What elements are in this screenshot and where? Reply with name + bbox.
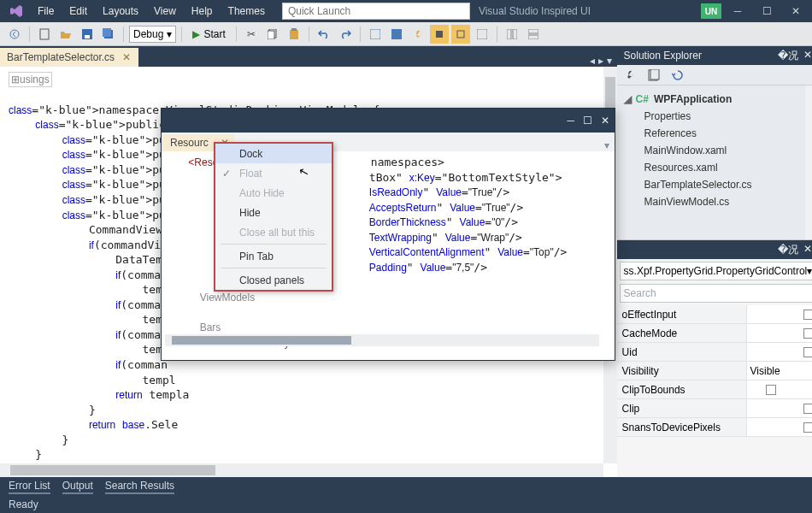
wrench-icon[interactable] [409,25,427,44]
nav-back-icon[interactable] [5,25,24,44]
svg-rect-8 [290,30,298,39]
tree-scrollbar[interactable] [805,86,812,239]
copy-icon[interactable] [263,25,282,44]
quick-launch-input[interactable] [282,3,470,20]
user-badge[interactable]: UN [701,3,721,19]
float-titlebar[interactable]: ─ ☐ ✕ [162,109,615,133]
solution-tree[interactable]: ◢C#WPFApplication Properties References … [617,86,806,239]
document-tab[interactable]: BarTemplateSelector.cs ✕ [0,48,138,67]
menubar: File Edit Layouts View Help Themes [31,2,272,21]
editor-scrollbar-horizontal[interactable] [0,463,603,477]
property-value[interactable] [747,343,812,361]
close-pane-icon[interactable]: ✕ [803,49,812,63]
properties-search-input[interactable]: Search [620,284,812,303]
new-file-icon[interactable] [35,25,54,44]
toolbar: Debug▾ ▶Start ✂ [0,22,812,46]
property-value[interactable] [747,324,812,342]
bottom-tab-search[interactable]: Search Results [105,480,174,494]
float-tab-list-icon[interactable]: ▾ [604,139,615,151]
properties-icon[interactable] [621,66,639,85]
properties-titlebar: �况 ✕ [617,240,812,259]
svg-rect-15 [507,29,511,39]
tb-icon-5[interactable] [473,25,491,44]
property-row[interactable]: ClipToBounds [617,380,812,399]
tab-scroll-right-icon[interactable]: ▸ [598,55,603,67]
tab-list-icon[interactable]: ▾ [607,55,612,67]
tb-icon-6[interactable] [503,25,521,44]
tree-item[interactable]: BarTemplateSelector.cs [621,176,803,193]
start-button[interactable]: ▶Start [187,25,230,44]
solution-explorer-titlebar: Solution Explorer �况 ✕ [617,46,812,65]
close-pane-icon[interactable]: ✕ [803,243,812,257]
bottom-tab-errorlist[interactable]: Error List [9,480,50,494]
property-row[interactable]: CacheMode [617,324,812,343]
property-value[interactable] [747,418,812,436]
menu-themes[interactable]: Themes [221,2,272,21]
ctx-pin-tab[interactable]: Pin Tab [215,246,332,266]
tree-item[interactable]: Properties [621,108,803,125]
menu-file[interactable]: File [31,2,61,21]
paste-icon[interactable] [285,25,303,44]
tree-item[interactable]: MainWindow.xaml [621,142,803,159]
menu-edit[interactable]: Edit [62,2,94,21]
tb-icon-4[interactable] [451,25,470,44]
ctx-dock[interactable]: Dock [215,144,332,163]
svg-rect-7 [268,31,274,39]
tree-root[interactable]: ◢C#WPFApplication [621,91,803,108]
property-row[interactable]: VisibilityVisible [617,362,812,380]
property-row[interactable]: Clip [617,399,812,418]
property-row[interactable]: Uid [617,343,812,362]
property-row[interactable]: oEffectInput [617,305,812,324]
app-title: Visual Studio Inspired UI [479,5,591,17]
close-icon[interactable]: ✕ [783,2,809,21]
vs-logo-icon [7,2,26,21]
document-tabstrip: BarTemplateSelector.cs ✕ ◂ ▸ ▾ [0,46,617,67]
property-value[interactable] [747,399,812,417]
float-scrollbar-horizontal[interactable] [165,334,599,346]
tb-icon-7[interactable] [524,25,543,44]
tree-item[interactable]: Resources.xaml [621,159,803,176]
menu-help[interactable]: Help [185,2,220,21]
pin-icon[interactable]: �况 [778,243,798,257]
ctx-close-all: Close all but this [215,222,332,242]
svg-point-0 [10,30,19,38]
config-combo[interactable]: Debug▾ [129,26,176,43]
tab-scroll-left-icon[interactable]: ◂ [590,55,595,67]
property-value[interactable] [747,380,812,398]
menu-view[interactable]: View [147,2,183,21]
bottom-tab-output[interactable]: Output [62,480,93,494]
property-name: Uid [617,343,747,361]
ctx-hide[interactable]: Hide [215,203,332,222]
properties-grid[interactable]: oEffectInputCacheModeUidVisibilityVisibl… [617,305,812,437]
show-all-icon[interactable] [644,66,663,85]
tree-item[interactable]: References [621,125,803,142]
minimize-icon[interactable]: ─ [725,2,750,21]
close-tab-icon[interactable]: ✕ [121,52,132,62]
float-close-icon[interactable]: ✕ [601,115,609,127]
menu-layouts[interactable]: Layouts [96,2,145,21]
property-row[interactable]: SnansToDevicePixels [617,418,812,437]
float-minimize-icon[interactable]: ─ [567,115,574,127]
cut-icon[interactable]: ✂ [242,25,261,44]
save-all-icon[interactable] [99,25,118,44]
redo-icon[interactable] [336,25,355,44]
tb-icon-3[interactable] [430,25,449,44]
float-maximize-icon[interactable]: ☐ [583,115,592,127]
undo-icon[interactable] [315,25,333,44]
svg-rect-13 [457,31,464,38]
maximize-icon[interactable]: ☐ [754,2,780,21]
properties-type-combo[interactable]: ss.Xpf.PropertyGrid.PropertyGridControl▾ [620,262,812,280]
property-value[interactable] [747,305,812,323]
open-icon[interactable] [56,25,75,44]
svg-rect-18 [528,35,538,39]
pin-icon[interactable]: �况 [778,49,798,63]
tb-icon-1[interactable] [366,25,385,44]
property-name: oEffectInput [617,305,747,323]
property-name: Clip [617,399,747,417]
ctx-closed-panels[interactable]: Closed panels [215,270,332,290]
tree-item[interactable]: MainViewModel.cs [621,193,803,210]
save-icon[interactable] [78,25,97,44]
property-value[interactable]: Visible [747,362,812,380]
refresh-icon[interactable] [668,66,687,85]
tb-icon-2[interactable] [387,25,406,44]
